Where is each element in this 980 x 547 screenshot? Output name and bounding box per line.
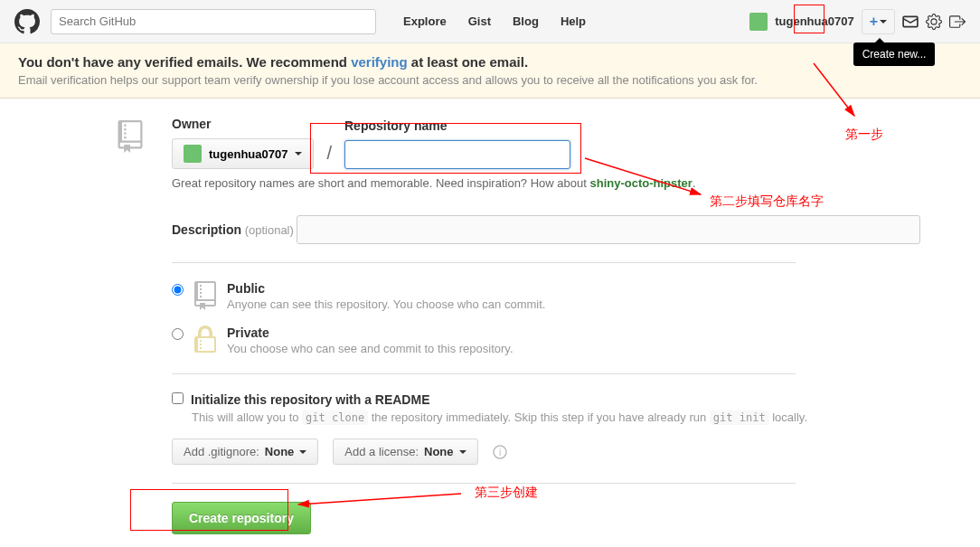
owner-label: Owner (172, 117, 314, 131)
owner-avatar-icon (184, 145, 202, 163)
private-lock-icon (193, 325, 218, 354)
repo-name-label: Repository name (344, 118, 570, 133)
owner-select-button[interactable]: tugenhua0707 (172, 138, 314, 169)
nav-explore[interactable]: Explore (394, 9, 456, 33)
settings-gear-icon[interactable] (926, 14, 942, 30)
gitignore-select[interactable]: Add .gitignore: None (172, 439, 318, 465)
description-group: Description (optional) (172, 208, 922, 244)
divider (172, 262, 796, 263)
readme-label: Initialize this repository with a README (191, 392, 429, 407)
readme-row[interactable]: Initialize this repository with a README (172, 392, 922, 407)
header: Explore Gist Blog Help tugenhua0707 + Cr… (0, 0, 980, 43)
create-new-button[interactable]: + Create new... (862, 9, 895, 34)
main-form: Owner tugenhua0707 / Repository name Gre… (154, 117, 940, 534)
nav-blog[interactable]: Blog (504, 9, 548, 33)
caret-down-icon (880, 20, 887, 24)
private-desc: You choose who can see and commit to thi… (227, 342, 922, 355)
description-input[interactable] (297, 215, 920, 244)
divider (172, 483, 796, 484)
slash-separator: / (326, 143, 332, 164)
private-title: Private (227, 325, 922, 340)
svg-text:i: i (498, 448, 500, 457)
private-radio[interactable] (172, 328, 184, 340)
hint-text: Great repository names are short and mem… (172, 176, 922, 190)
readme-desc: This will allow you to git clone the rep… (192, 410, 922, 424)
notice-title: You don't have any verified emails. We r… (18, 54, 962, 70)
nav-gist[interactable]: Gist (459, 9, 500, 33)
user-section: tugenhua0707 + Create new... (749, 9, 966, 34)
public-repo-icon (193, 281, 218, 310)
visibility-private-row[interactable]: Private You choose who can see and commi… (172, 325, 922, 355)
public-title: Public (227, 281, 922, 296)
nav-help[interactable]: Help (551, 9, 595, 33)
nav-links: Explore Gist Blog Help (394, 9, 595, 33)
verification-notice: You don't have any verified emails. We r… (0, 43, 980, 99)
user-avatar-icon[interactable] (749, 13, 768, 31)
svg-rect-0 (903, 16, 918, 26)
public-radio[interactable] (172, 284, 184, 296)
plus-icon: + (870, 14, 878, 30)
caret-down-icon (299, 450, 306, 454)
suggestion-link[interactable]: shiny-octo-hipster (589, 176, 692, 190)
create-repository-button[interactable]: Create repository (172, 502, 311, 534)
username-label[interactable]: tugenhua0707 (775, 14, 853, 28)
verify-link[interactable]: verifying (351, 54, 408, 70)
repo-name-input[interactable] (344, 140, 570, 169)
description-label: Description (optional) (172, 223, 294, 237)
caret-down-icon (459, 450, 466, 454)
divider (172, 373, 796, 374)
readme-checkbox[interactable] (172, 392, 184, 404)
search-input[interactable] (51, 9, 376, 34)
license-select[interactable]: Add a license: None (333, 439, 477, 465)
notice-subtitle: Email verification helps our support tea… (18, 73, 962, 87)
github-logo-icon[interactable] (14, 9, 40, 34)
repo-icon (118, 120, 143, 153)
select-row: Add .gitignore: None Add a license: None… (172, 439, 922, 465)
sign-out-icon[interactable] (949, 14, 966, 30)
caret-down-icon (295, 152, 302, 156)
info-icon[interactable]: i (493, 445, 507, 459)
visibility-public-row[interactable]: Public Anyone can see this repository. Y… (172, 281, 922, 311)
public-desc: Anyone can see this repository. You choo… (227, 297, 922, 311)
notifications-icon[interactable] (902, 14, 919, 30)
create-new-tooltip: Create new... (853, 42, 936, 66)
